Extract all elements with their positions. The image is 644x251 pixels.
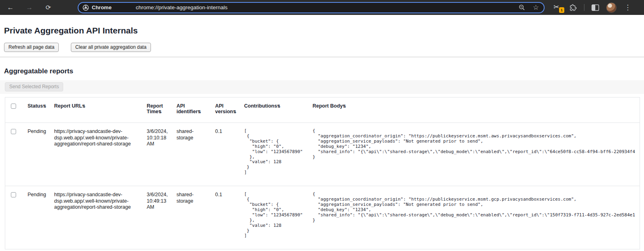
contributions-json: [ { "bucket": { "high": "0", "low": "123… (244, 129, 305, 175)
report-body-json: { "aggregation_coordinator_origin": "htt… (313, 129, 638, 160)
cell-contributions: [ { "bucket": { "high": "0", "low": "123… (239, 186, 308, 249)
cell-api-identifier: shared-storage (172, 123, 211, 186)
table-row: Pending https://privacy-sandcastle-dev-d… (5, 186, 640, 249)
aggregatable-reports-heading: Aggregatable reports (0, 67, 644, 75)
report-body-json: { "aggregation_coordinator_origin": "htt… (313, 192, 638, 223)
cell-report-time: 3/6/2024, 10:10:18 AM (142, 123, 172, 186)
cell-api-identifier: shared-storage (172, 186, 211, 249)
reload-icon[interactable]: ⟳ (44, 4, 52, 11)
bookmark-star-icon[interactable]: ☆ (533, 4, 539, 11)
sort-icon: ⇅ (343, 104, 346, 108)
sort-icon: ⇅ (43, 104, 46, 108)
row-select-cell (5, 186, 23, 249)
cell-status: Pending (23, 123, 50, 186)
header-api-version-label: API version (215, 103, 233, 114)
section-divider (0, 57, 644, 57)
header-status[interactable]: Status⇅ (23, 97, 50, 123)
header-contributions[interactable]: Contributions⇅ (239, 97, 308, 123)
address-bar[interactable]: Chrome chrome://private-aggregation-inte… (78, 2, 545, 13)
site-chip[interactable]: Chrome (83, 4, 111, 11)
page-title: Private Aggregation API Internals (0, 26, 644, 35)
cell-report-body: { "aggregation_coordinator_origin": "htt… (308, 123, 640, 186)
contributions-json: [ { "bucket": { "high": "0", "low": "123… (244, 192, 305, 239)
toolbar-right-group: ✂ 1 ⋮ (553, 2, 632, 13)
omnibox-actions: ☆ (518, 4, 539, 11)
sort-icon: ⇅ (82, 104, 85, 108)
cell-api-version: 0.1 (211, 123, 239, 186)
header-status-label: Status (28, 103, 43, 109)
refresh-all-button[interactable]: Refresh all page data (4, 43, 59, 52)
back-icon[interactable]: ← (6, 4, 14, 11)
extension-badge: 1 (559, 7, 564, 12)
url-text[interactable]: chrome://private-aggregation-internals (136, 4, 518, 10)
cell-contributions: [ { "bucket": { "high": "0", "low": "123… (239, 123, 308, 186)
table-row: Pending https://privacy-sandcastle-dev-d… (5, 123, 640, 186)
cell-report-url: https://privacy-sandcastle-dev-dsp.web.a… (50, 123, 142, 186)
row-checkbox[interactable] (11, 192, 16, 197)
row-checkbox[interactable] (11, 129, 16, 134)
row-select-cell (5, 123, 23, 186)
cell-report-time: 3/6/2024, 10:49:13 AM (142, 186, 172, 249)
profile-avatar[interactable] (606, 2, 617, 13)
chrome-logo-icon (83, 4, 89, 11)
cell-report-body: { "aggregation_coordinator_origin": "htt… (308, 186, 640, 249)
sort-icon: ⇅ (277, 104, 280, 108)
header-api-version[interactable]: API version⇅ (211, 97, 239, 123)
menu-kebab-icon[interactable]: ⋮ (623, 3, 632, 12)
sort-icon: ⇅ (233, 110, 236, 114)
header-report-body[interactable]: Report Body⇅ (308, 97, 640, 123)
header-api-identifier-label: API identifier (177, 103, 198, 114)
send-selected-reports-button[interactable]: Send Selected Reports (5, 82, 63, 91)
toolbar-divider (584, 4, 584, 11)
zoom-icon[interactable] (518, 4, 525, 11)
cell-status: Pending (23, 186, 50, 249)
header-api-identifier[interactable]: API identifier⇅ (172, 97, 211, 123)
side-panel-icon[interactable] (591, 4, 599, 11)
sort-icon: ⇅ (198, 110, 201, 114)
clear-all-button[interactable]: Clear all private aggregation data (71, 43, 151, 52)
cell-report-url: https://privacy-sandcastle-dev-dsp.web.a… (50, 186, 142, 249)
header-report-url[interactable]: Report URL⇅ (50, 97, 142, 123)
site-chip-label: Chrome (92, 4, 111, 10)
header-contributions-label: Contributions (244, 103, 277, 109)
aggregatable-reports-table: Status⇅ Report URL⇅ Report Time⇅ API ide… (5, 97, 640, 249)
header-report-time[interactable]: Report Time⇅ (142, 97, 172, 123)
sort-icon: ⇅ (158, 110, 161, 114)
scissors-icon: ✂ (553, 3, 559, 11)
select-all-cell (5, 97, 23, 123)
page-action-buttons: Refresh all page data Clear all private … (0, 43, 644, 52)
extensions-puzzle-icon[interactable] (569, 4, 577, 12)
table-header-row: Status⇅ Report URL⇅ Report Time⇅ API ide… (5, 97, 640, 123)
cell-api-version: 0.1 (211, 186, 239, 249)
header-report-url-label: Report URL (54, 103, 82, 109)
nav-button-group: ← → ⟳ (6, 4, 52, 11)
browser-toolbar: ← → ⟳ Chrome chrome://private-aggregatio… (0, 0, 644, 15)
select-all-checkbox[interactable] (11, 104, 16, 109)
forward-icon[interactable]: → (25, 4, 33, 11)
scissors-extension-icon[interactable]: ✂ 1 (553, 3, 562, 12)
reports-toolbar: Send Selected Reports (0, 80, 644, 94)
header-report-body-label: Report Body (313, 103, 343, 109)
